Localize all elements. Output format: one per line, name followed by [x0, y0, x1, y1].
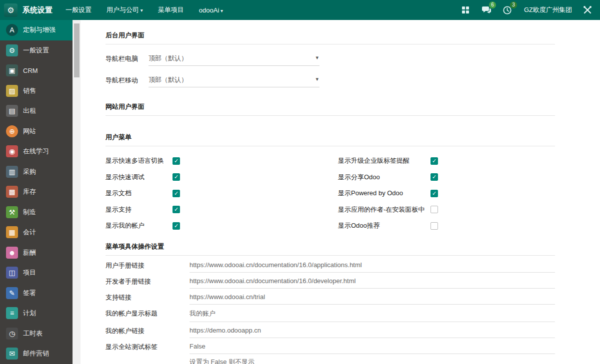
checkbox-support[interactable]: [172, 206, 180, 213]
sidebar-item-email-marketing[interactable]: ✉ 邮件营销: [0, 344, 72, 364]
sidebar-item-manufacturing[interactable]: ⚒ 制造: [0, 202, 72, 223]
field-row: 用户手册链接 https://www.odooai.cn/documentati…: [106, 257, 555, 273]
messages-icon[interactable]: 6: [481, 4, 492, 15]
field-label: 显示全站测试标签: [106, 338, 190, 352]
sidebar-item-label: 薪酬: [23, 248, 36, 257]
menu-users-companies[interactable]: 用户与公司: [106, 5, 143, 14]
navbar-pc-select[interactable]: 顶部（默认）: [148, 52, 320, 66]
sidebar-item-label: 计划: [23, 309, 36, 318]
sidebar-item-label: 会计: [23, 228, 36, 237]
section-website-ui: 网站用户界面: [106, 102, 555, 116]
odooai-logo-icon: A: [6, 24, 18, 36]
sidebar-item-label: 项目: [23, 268, 36, 277]
sidebar-item-label: 一般设置: [23, 46, 49, 55]
crm-icon: ▣: [6, 64, 18, 76]
test-label-help-text: 设置为 False 则不显示: [190, 354, 555, 364]
sidebar-item-label: 签署: [23, 289, 36, 298]
sidebar-item-payroll[interactable]: ☻ 薪酬: [0, 243, 72, 263]
sidebar-item-label: 工时表: [23, 329, 42, 338]
checkbox-documentation[interactable]: [172, 190, 180, 197]
planning-list-icon: ≡: [6, 307, 18, 319]
field-row: 开发者手册链接 https://www.odooai.cn/documentat…: [106, 273, 555, 289]
gear-icon: ⚙: [6, 44, 18, 56]
inventory-boxes-icon: ▩: [6, 186, 18, 198]
sidebar-item-sales[interactable]: ▨ 销售: [0, 81, 72, 101]
sidebar-item-sign[interactable]: ✎ 签署: [0, 283, 72, 304]
sidebar-item-website[interactable]: ⊕ 网站: [0, 121, 72, 142]
option-label: 显示我的帐户: [106, 221, 172, 230]
sidebar-item-label: 销售: [23, 86, 36, 95]
navbar-mobile-row: 导航栏移动 顶部（默认）: [106, 73, 555, 87]
option-row: 显示文档: [106, 185, 338, 202]
messages-badge: 6: [489, 1, 496, 8]
sidebar-item-accounting[interactable]: ▦ 会计: [0, 222, 72, 243]
option-label: 显示Odoo推荐: [338, 221, 430, 230]
section-backend-ui: 后台用户界面: [106, 31, 555, 44]
sidebar-item-inventory[interactable]: ▩ 库存: [0, 182, 72, 202]
checkbox-share-odoo[interactable]: [430, 173, 438, 181]
checkbox-multilang[interactable]: [172, 157, 180, 165]
envelope-icon: ✉: [6, 348, 18, 360]
navbar-pc-label: 导航栏电脑: [106, 54, 148, 63]
pen-icon: ✎: [6, 287, 18, 299]
sidebar-item-general-settings[interactable]: ⚙ 一般设置: [0, 40, 72, 61]
menu-menu-items[interactable]: 菜单项目: [158, 5, 184, 14]
apps-grid-icon[interactable]: [460, 4, 471, 15]
tools-wrench-icon[interactable]: [582, 4, 593, 15]
rental-icon: ▤: [6, 105, 18, 117]
checkbox-powered-by-odoo[interactable]: [430, 190, 438, 197]
clock-icon: ◷: [6, 328, 18, 340]
account-link-input[interactable]: https://demo.odooapp.cn: [190, 322, 555, 338]
option-row: 显示快速多语言切换: [106, 153, 338, 169]
menu-odooai[interactable]: odooAi: [199, 6, 223, 14]
sidebar-item-rental[interactable]: ▤ 出租: [0, 101, 72, 121]
sidebar-item-customize[interactable]: A 定制与增强: [0, 20, 72, 40]
sidebar-item-label: 邮件营销: [23, 349, 49, 358]
option-label: 显示应用的作者-在安装面板中: [338, 205, 430, 214]
sidebar-item-purchase[interactable]: ▥ 采购: [0, 162, 72, 182]
user-menu-options: 显示快速多语言切换 显示快速调试 显示文档 显示支持 显示我的帐户: [106, 153, 555, 234]
navbar-mobile-select[interactable]: 顶部（默认）: [148, 73, 320, 87]
checkbox-quick-debug[interactable]: [172, 173, 180, 181]
vertical-scrollbar[interactable]: [72, 20, 80, 364]
checkbox-odoo-referral[interactable]: [430, 222, 438, 230]
sales-chart-icon: ▨: [6, 85, 18, 97]
activities-clock-icon[interactable]: 3: [502, 4, 513, 15]
checkbox-app-author[interactable]: [430, 206, 438, 213]
option-label: 显示支持: [106, 205, 172, 214]
scrollbar-thumb[interactable]: [74, 23, 80, 77]
checkbox-my-account[interactable]: [172, 222, 180, 230]
sidebar-item-label: 制造: [23, 208, 36, 217]
company-menu[interactable]: GZ欧度广州集团: [524, 5, 572, 14]
topbar-right: 6 3 GZ欧度广州集团: [460, 4, 593, 15]
field-row: 支持链接 https://www.odooai.cn/trial: [106, 289, 555, 305]
sidebar-item-planning[interactable]: ≡ 计划: [0, 303, 72, 324]
account-title-input[interactable]: 我的账户: [190, 305, 555, 322]
menu-general-settings[interactable]: 一般设置: [66, 5, 92, 14]
sidebar-item-label: CRM: [23, 67, 38, 74]
option-label: 显示文档: [106, 189, 172, 198]
option-row: 显示Odoo推荐: [338, 218, 438, 234]
sidebar-item-elearning[interactable]: ◉ 在线学习: [0, 141, 72, 162]
developer-manual-link-input[interactable]: https://www.odooai.cn/documentation/16.0…: [190, 273, 555, 289]
purchase-icon: ▥: [6, 166, 18, 178]
support-link-input[interactable]: https://www.odooai.cn/trial: [190, 289, 555, 305]
app-gear-icon[interactable]: ⚙: [4, 3, 18, 17]
sidebar-item-label: 采购: [23, 167, 36, 176]
user-manual-link-input[interactable]: https://www.odooai.cn/documentation/16.0…: [190, 257, 555, 273]
sidebar-item-label: 在线学习: [23, 147, 49, 156]
field-label: 开发者手册链接: [106, 273, 190, 286]
settings-panel: 后台用户界面 导航栏电脑 顶部（默认） 导航栏移动 顶部（默认） 网站用户界面 …: [80, 20, 600, 364]
checkbox-upgrade-reminder[interactable]: [430, 157, 438, 165]
navbar-pc-row: 导航栏电脑 顶部（默认）: [106, 52, 555, 66]
sidebar-item-project[interactable]: ◫ 项目: [0, 263, 72, 283]
topbar: ⚙ 系统设置 一般设置 用户与公司 菜单项目 odooAi 6 3 GZ欧度广州…: [0, 0, 600, 20]
test-label-input[interactable]: False: [190, 338, 555, 354]
sidebar-item-timesheet[interactable]: ◷ 工时表: [0, 324, 72, 344]
payroll-person-icon: ☻: [6, 247, 18, 259]
sidebar-item-label: 出租: [23, 106, 36, 115]
option-row: 显示分享Odoo: [338, 169, 438, 186]
sidebar-item-crm[interactable]: ▣ CRM: [0, 60, 72, 81]
page-title[interactable]: 系统设置: [22, 5, 52, 15]
options-right-column: 显示升级企业版标签提醒 显示分享Odoo 显示Powered by Odoo 显…: [338, 153, 438, 234]
